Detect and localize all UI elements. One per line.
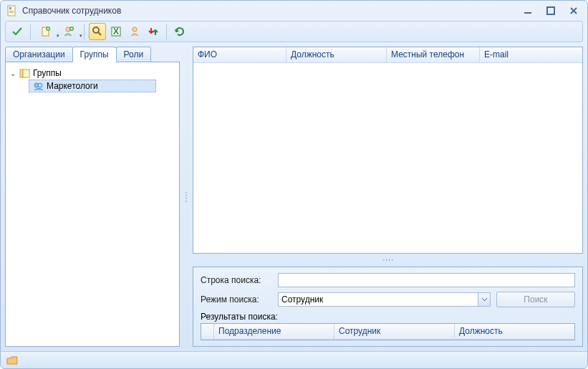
toolbar: ▾ ▾ X [5, 21, 583, 42]
right-panel: ФИО Должность Местный телефон E-mail Стр… [193, 47, 583, 347]
statusbar [1, 351, 587, 368]
column-header-dept[interactable]: Подразделение [214, 324, 334, 339]
column-header-fio[interactable]: ФИО [193, 47, 286, 62]
app-window: Справочник сотрудников ▾ ▾ X Организации… [0, 0, 588, 369]
combo-dropdown-button[interactable] [478, 292, 491, 307]
results-grid-header: Подразделение Сотрудник Должность [201, 324, 574, 340]
left-panel: Организации Группы Роли ⌄ Группы Маркето… [5, 47, 180, 347]
confirm-button[interactable] [9, 23, 26, 40]
horizontal-splitter[interactable] [193, 258, 583, 262]
app-icon [6, 5, 18, 16]
refresh-button[interactable] [171, 23, 188, 40]
content-area: Организации Группы Роли ⌄ Группы Маркето… [1, 42, 587, 351]
search-mode-combo[interactable] [278, 292, 491, 307]
vertical-splitter[interactable] [184, 47, 188, 347]
svg-point-12 [66, 27, 70, 32]
window-title: Справочник сотрудников [22, 6, 520, 16]
tab-organizations[interactable]: Организации [5, 47, 73, 62]
tab-roles[interactable]: Роли [116, 47, 152, 62]
results-grid: Подразделение Сотрудник Должность [201, 323, 575, 340]
user-card-button[interactable] [126, 23, 143, 40]
folder-icon [19, 67, 31, 79]
tree-item-label: Маркетологи [47, 81, 98, 91]
search-input[interactable] [278, 273, 575, 287]
maximize-button[interactable] [543, 5, 559, 16]
separator [84, 24, 85, 39]
reorder-button[interactable] [145, 23, 162, 40]
svg-point-24 [38, 83, 42, 87]
search-submit-button[interactable]: Поиск [496, 292, 575, 307]
employees-grid: ФИО Должность Местный телефон E-mail [193, 47, 583, 254]
close-button[interactable] [566, 5, 582, 16]
column-header-phone[interactable]: Местный телефон [387, 47, 480, 62]
results-label: Результаты поиска: [201, 312, 278, 322]
tree-collapse-icon[interactable]: ⌄ [10, 70, 17, 77]
chevron-down-icon: ▾ [79, 33, 82, 39]
tree-root[interactable]: ⌄ Группы [9, 67, 176, 80]
svg-rect-5 [547, 7, 554, 14]
separator [30, 24, 31, 39]
tree-pane: ⌄ Группы Маркетологи [5, 62, 180, 347]
search-panel: Строка поиска: Режим поиска: Поиск Резул… [193, 267, 583, 347]
left-tabs: Организации Группы Роли [5, 47, 180, 62]
column-header-email[interactable]: E-mail [480, 47, 582, 62]
search-mode-label: Режим поиска: [201, 294, 272, 305]
svg-rect-2 [9, 11, 14, 11]
svg-rect-1 [9, 7, 11, 9]
svg-line-17 [98, 32, 101, 35]
svg-rect-3 [9, 12, 14, 13]
column-header-selector[interactable] [201, 324, 214, 339]
tree-item-selected[interactable]: Маркетологи [29, 80, 156, 92]
tree-root-label: Группы [33, 68, 62, 78]
separator [166, 24, 167, 39]
search-button[interactable] [89, 23, 106, 40]
titlebar: Справочник сотрудников [1, 1, 587, 21]
column-header-pos2[interactable]: Должность [455, 324, 574, 339]
add-contact-button[interactable]: ▾ [35, 23, 57, 40]
svg-text:X: X [113, 27, 119, 37]
svg-point-16 [93, 27, 99, 33]
grid-body[interactable] [193, 63, 582, 253]
search-mode-value[interactable] [278, 292, 478, 307]
svg-rect-21 [20, 70, 23, 77]
grid-header: ФИО Должность Местный телефон E-mail [193, 47, 582, 63]
svg-rect-4 [524, 12, 531, 14]
add-user-button[interactable]: ▾ [58, 23, 79, 40]
svg-rect-22 [23, 70, 29, 77]
tab-groups[interactable]: Группы [72, 47, 117, 62]
folder-icon[interactable] [6, 355, 18, 366]
minimize-button[interactable] [520, 5, 536, 16]
group-icon [33, 80, 44, 92]
column-header-employee[interactable]: Сотрудник [334, 324, 455, 339]
column-header-position[interactable]: Должность [286, 47, 387, 62]
search-string-label: Строка поиска: [201, 275, 272, 285]
export-excel-button[interactable]: X [107, 23, 125, 40]
svg-point-20 [132, 27, 137, 32]
